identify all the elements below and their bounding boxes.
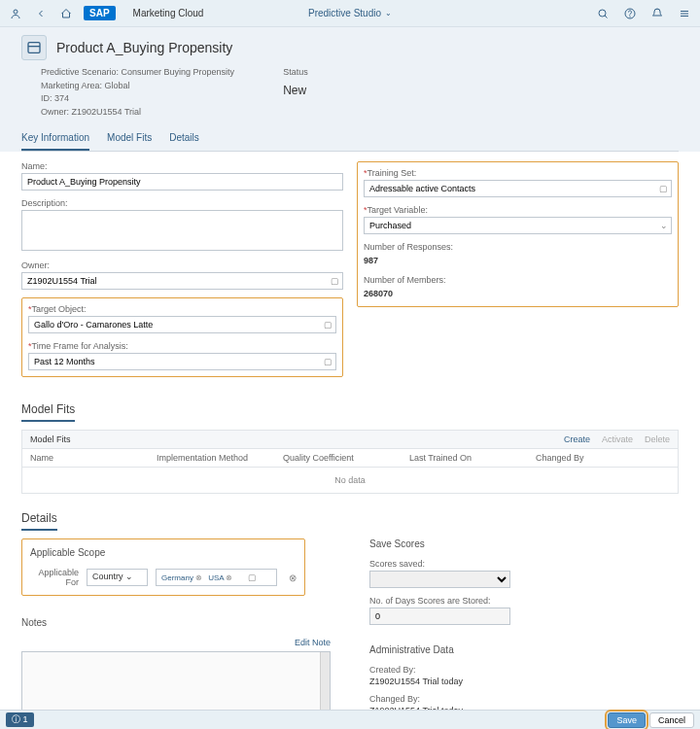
tag-germany[interactable]: Germany ⊗ [161,573,202,582]
scope-title: Applicable Scope [30,547,297,558]
value-help-icon[interactable]: ▢ [248,573,257,582]
tag-usa[interactable]: USA ⊗ [208,573,232,582]
target-object-label: Target Object: [28,304,336,314]
owner-input[interactable] [21,272,343,290]
training-set-label: Training Set: [364,168,672,178]
scores-saved-label: Scores saved: [369,559,679,569]
nav-dropdown[interactable]: Predictive Studio ⌄ [308,8,392,18]
svg-point-1 [599,10,606,17]
section-details: Details [21,511,57,531]
owner-label: Owner: [21,260,343,270]
col-name[interactable]: Name [30,453,157,463]
name-label: Name: [21,161,343,171]
description-label: Description: [21,198,343,208]
name-input[interactable] [21,173,343,191]
changed-by-label: Changed By: [369,694,679,704]
value-help-icon[interactable]: ▢ [331,276,339,286]
tab-key-information[interactable]: Key Information [21,126,89,151]
tag-close-icon[interactable]: ⊗ [226,573,232,582]
status-value: New [283,82,308,99]
model-icon [21,35,47,60]
message-badge[interactable]: ⓘ 1 [6,712,34,727]
svg-rect-8 [28,43,40,53]
save-button[interactable]: Save [608,712,646,728]
svg-line-2 [605,16,608,18]
target-object-input[interactable] [28,316,336,333]
timeframe-label: Time Frame for Analysis: [28,341,336,351]
search-icon[interactable] [595,6,611,21]
table-empty: No data [21,468,679,494]
admin-data-title: Administrative Data [369,644,679,655]
col-quality[interactable]: Quality Coefficient [283,453,409,463]
notes-title: Notes [21,617,331,628]
nav-title: Predictive Studio [308,8,381,18]
created-by-label: Created By: [369,665,679,675]
clear-icon[interactable]: ⊗ [289,573,297,583]
training-highlight: Training Set: ▢ Target Variable: ⌄ Numbe… [357,161,679,307]
scores-saved-select[interactable] [369,571,510,588]
members-value: 268070 [364,287,672,300]
tabs: Key Information Model Fits Details [21,126,679,152]
status-label: Status [283,66,308,80]
cancel-button[interactable]: Cancel [649,712,694,728]
table-title: Model Fits [30,434,71,444]
back-icon[interactable] [33,6,49,21]
svg-point-4 [630,16,631,17]
tag-close-icon[interactable]: ⊗ [195,573,202,582]
members-label: Number of Members: [364,275,672,285]
breadcrumb: Marketing Cloud [133,8,204,18]
page-header: Product A_Buying Propensity Predictive S… [0,27,700,152]
timeframe-input[interactable] [28,353,336,370]
sap-logo: SAP [84,6,116,20]
create-button[interactable]: Create [564,434,590,444]
footer: ⓘ 1 Save Cancel [0,710,700,729]
scope-select[interactable]: Country ⌄ [87,569,148,586]
chevron-down-icon[interactable]: ⌄ [660,221,668,230]
save-scores-title: Save Scores [369,538,679,549]
responses-label: Number of Responses: [364,242,672,252]
tab-details[interactable]: Details [169,126,199,151]
value-help-icon[interactable]: ▢ [324,320,332,330]
col-changed[interactable]: Changed By [536,453,670,463]
col-trained[interactable]: Last Trained On [409,453,536,463]
home-icon[interactable] [58,6,74,21]
table-columns: Name Implementation Method Quality Coeff… [21,449,679,468]
target-variable-label: Target Variable: [364,205,672,215]
svg-point-0 [14,10,18,14]
user-icon[interactable] [8,6,23,21]
description-input[interactable] [21,210,343,251]
value-help-icon[interactable]: ▢ [659,184,668,193]
delete-button: Delete [645,434,670,444]
page-title: Product A_Buying Propensity [56,40,232,55]
chevron-down-icon: ⌄ [385,9,392,17]
target-variable-select[interactable] [364,217,672,234]
created-by-value: Z1902U1554 Trial today [369,677,679,686]
training-set-input[interactable] [364,180,672,197]
tab-model-fits[interactable]: Model Fits [107,126,152,151]
responses-value: 987 [364,254,672,267]
notification-icon[interactable] [649,6,665,21]
scope-tags[interactable]: Germany ⊗ USA ⊗ ▢ [156,569,277,586]
activate-button: Activate [602,434,633,444]
menu-icon[interactable] [677,6,692,21]
value-help-icon[interactable]: ▢ [324,357,332,366]
scope-label: Applicable For [30,568,79,587]
scope-highlight: Applicable Scope Applicable For Country … [21,538,305,596]
help-icon[interactable] [622,6,638,21]
target-highlight: Target Object: ▢ Time Frame for Analysis… [21,297,343,377]
days-stored-label: No. of Days Scores are Stored: [369,596,679,606]
edit-note-link[interactable]: Edit Note [21,638,331,647]
top-bar: SAP Marketing Cloud Predictive Studio ⌄ [0,0,700,27]
section-model-fits: Model Fits [21,402,75,422]
days-stored-input[interactable] [369,608,510,625]
col-implementation[interactable]: Implementation Method [157,453,283,463]
meta-info: Predictive Scenario: Consumer Buying Pro… [41,66,234,119]
